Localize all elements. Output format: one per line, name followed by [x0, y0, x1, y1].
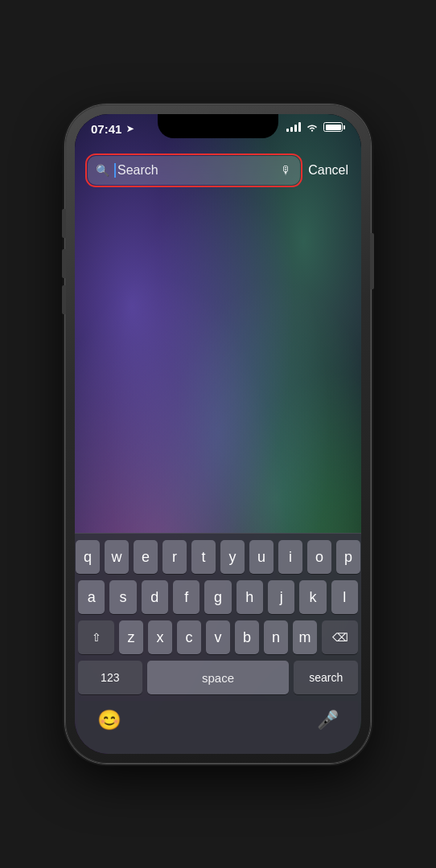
keyboard-row-4: 123 space search: [78, 661, 358, 694]
delete-key[interactable]: ⌫: [322, 620, 358, 654]
key-f[interactable]: f: [173, 580, 199, 614]
search-magnifier-icon: 🔍: [96, 164, 109, 177]
emoji-button[interactable]: 😊: [97, 709, 121, 731]
phone-device: 07:41 ➤: [65, 104, 371, 764]
key-z[interactable]: z: [119, 620, 143, 654]
search-input-text[interactable]: Search: [114, 163, 276, 178]
phone-notch: [158, 114, 278, 138]
key-t[interactable]: t: [191, 540, 216, 574]
keyboard: q w e r t y u i o p a s d f g h j k: [75, 533, 361, 754]
search-mic-icon[interactable]: 🎙: [281, 164, 292, 177]
status-time: 07:41 ➤: [91, 122, 134, 136]
time-display: 07:41: [91, 122, 121, 136]
key-h[interactable]: h: [237, 580, 263, 614]
key-v[interactable]: v: [206, 620, 230, 654]
key-e[interactable]: e: [134, 540, 158, 574]
key-p[interactable]: p: [336, 540, 360, 574]
key-y[interactable]: y: [220, 540, 245, 574]
key-k[interactable]: k: [299, 580, 326, 614]
key-r[interactable]: r: [162, 540, 187, 574]
key-x[interactable]: x: [148, 620, 172, 654]
key-o[interactable]: o: [307, 540, 331, 574]
key-q[interactable]: q: [76, 540, 100, 574]
key-n[interactable]: n: [264, 620, 288, 654]
signal-strength-icon: [286, 122, 301, 132]
shift-key[interactable]: ⇧: [78, 620, 114, 654]
key-m[interactable]: m: [293, 620, 317, 654]
numbers-key[interactable]: 123: [78, 661, 142, 694]
search-bar[interactable]: 🔍 Search 🎙: [88, 156, 300, 185]
key-w[interactable]: w: [105, 540, 129, 574]
phone-screen: 07:41 ➤: [75, 114, 361, 754]
key-j[interactable]: j: [268, 580, 294, 614]
key-c[interactable]: c: [177, 620, 201, 654]
key-u[interactable]: u: [249, 540, 274, 574]
search-area: 🔍 Search 🎙 Cancel: [75, 149, 361, 191]
key-g[interactable]: g: [204, 580, 231, 614]
search-bar-container: 🔍 Search 🎙: [88, 156, 300, 185]
keyboard-bottom-bar: 😊 🎤: [78, 701, 358, 754]
key-b[interactable]: b: [235, 620, 259, 654]
cancel-button[interactable]: Cancel: [308, 163, 348, 178]
key-s[interactable]: s: [109, 580, 136, 614]
battery-icon: [323, 122, 345, 132]
wifi-icon: [306, 122, 319, 132]
space-key[interactable]: space: [147, 661, 290, 694]
location-icon: ➤: [126, 124, 134, 134]
keyboard-row-3: ⇧ z x c v b n m ⌫: [78, 620, 358, 654]
key-a[interactable]: a: [78, 580, 105, 614]
key-d[interactable]: d: [142, 580, 168, 614]
key-i[interactable]: i: [278, 540, 302, 574]
text-cursor: [114, 163, 116, 178]
dictation-mic-button[interactable]: 🎤: [317, 710, 339, 731]
key-l[interactable]: l: [331, 580, 358, 614]
search-key[interactable]: search: [294, 661, 358, 694]
keyboard-row-1: q w e r t y u i o p: [78, 540, 358, 574]
status-right-icons: [286, 122, 345, 132]
keyboard-row-2: a s d f g h j k l: [78, 580, 358, 614]
